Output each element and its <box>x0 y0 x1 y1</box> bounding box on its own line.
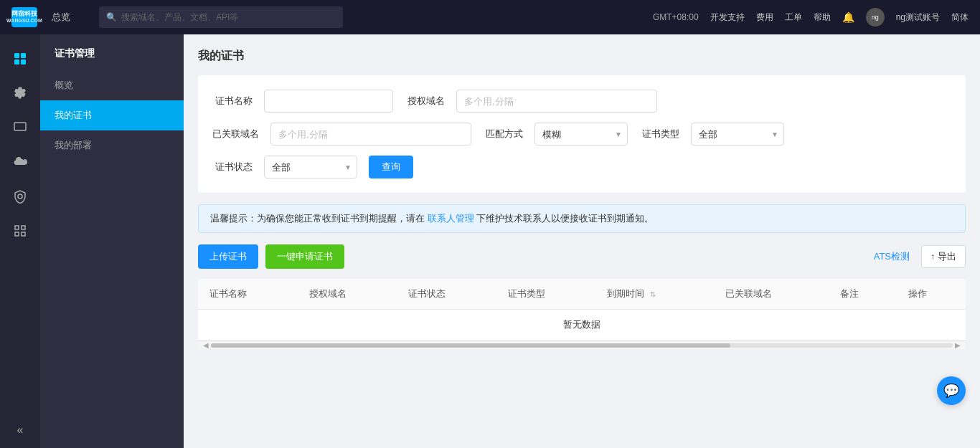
main-layout: « 证书管理 概览 我的证书 我的部署 我的证书 证书名称 授权域名 已关联域名… <box>0 34 980 448</box>
filter-row-1: 证书名称 授权域名 <box>212 90 951 113</box>
page-title: 我的证书 <box>198 49 966 64</box>
linked-domain-label: 已关联域名 <box>212 128 259 140</box>
col-action: 操作 <box>897 279 966 310</box>
overview-menu[interactable]: 总览 <box>52 11 70 24</box>
svg-rect-1 <box>21 53 26 58</box>
main-content: 我的证书 证书名称 授权域名 已关联域名 匹配方式 模糊 精确 <box>184 34 980 448</box>
sidebar-item-monitor[interactable] <box>0 110 40 145</box>
col-cert-name: 证书名称 <box>198 279 298 310</box>
match-select[interactable]: 模糊 精确 <box>534 123 628 146</box>
table-empty-row: 暂无数据 <box>198 310 966 340</box>
sidebar-collapse-btn[interactable]: « <box>17 424 24 437</box>
cert-name-input[interactable] <box>264 90 393 113</box>
empty-data-text: 暂无数据 <box>198 310 966 340</box>
scroll-left-icon[interactable]: ◀ <box>201 341 211 349</box>
match-label: 匹配方式 <box>483 128 523 140</box>
col-auth-domain: 授权域名 <box>298 279 397 310</box>
cert-status-select[interactable]: 全部 正常 已过期 即将过期 <box>264 156 357 178</box>
avatar[interactable]: ng <box>866 8 885 27</box>
alert-box: 温馨提示：为确保您能正常收到证书到期提醒，请在 联系人管理 下维护技术联系人以便… <box>198 204 966 233</box>
language-switcher[interactable]: 简体 <box>951 11 969 24</box>
sidebar-item-my-deploy[interactable]: 我的部署 <box>40 130 184 161</box>
sidebar-item-overview[interactable]: 概览 <box>40 70 184 100</box>
col-note: 备注 <box>829 279 897 310</box>
col-cert-type: 证书类型 <box>496 279 596 310</box>
export-button[interactable]: ↑ 导出 <box>921 245 966 268</box>
alert-link[interactable]: 联系人管理 <box>428 213 474 224</box>
linked-domain-input[interactable] <box>270 123 471 146</box>
action-row: 上传证书 一键申请证书 ATS检测 ↑ 导出 <box>198 244 966 269</box>
sidebar-item-apps[interactable] <box>0 42 40 76</box>
cert-table: 证书名称 授权域名 证书状态 证书类型 到期时间 ⇅ 已关联域名 备注 操作 <box>198 279 966 340</box>
icon-sidebar: « <box>0 34 40 448</box>
secondary-sidebar: 证书管理 概览 我的证书 我的部署 <box>40 34 184 448</box>
action-right: ATS检测 ↑ 导出 <box>874 245 966 268</box>
apply-cert-button[interactable]: 一键申请证书 <box>265 244 344 269</box>
col-cert-status: 证书状态 <box>397 279 496 310</box>
auth-domain-label: 授权域名 <box>405 95 445 108</box>
alert-prefix-text: 温馨提示：为确保您能正常收到证书到期提醒，请在 <box>210 213 425 224</box>
col-expiry[interactable]: 到期时间 ⇅ <box>595 279 713 310</box>
sort-icon: ⇅ <box>650 290 656 298</box>
alert-suffix-text: 下维护技术联系人以便接收证书到期通知。 <box>476 213 654 224</box>
sidebar-item-settings[interactable] <box>0 76 40 110</box>
sidebar-item-cloud[interactable] <box>0 145 40 179</box>
cost-link[interactable]: 费用 <box>756 11 773 24</box>
sidebar-item-my-certs[interactable]: 我的证书 <box>40 100 184 130</box>
svg-rect-2 <box>14 59 19 65</box>
upload-cert-button[interactable]: 上传证书 <box>198 244 258 269</box>
ats-check-link[interactable]: ATS检测 <box>874 250 910 263</box>
table-wrap: 证书名称 授权域名 证书状态 证书类型 到期时间 ⇅ 已关联域名 备注 操作 <box>198 279 966 349</box>
search-icon: 🔍 <box>106 12 117 22</box>
cert-type-select[interactable]: 全部 DV OV EV <box>691 123 784 146</box>
cert-status-select-wrap: 全部 正常 已过期 即将过期 ▼ <box>264 156 357 178</box>
cert-status-label: 证书状态 <box>212 161 253 173</box>
match-select-wrap: 模糊 精确 ▼ <box>534 123 628 146</box>
cert-type-label: 证书类型 <box>639 128 679 140</box>
logo: 网宿科技 WANGSU.COM <box>11 7 37 27</box>
logo-icon: 网宿科技 WANGSU.COM <box>11 7 37 27</box>
global-search[interactable]: 🔍 搜索域名、产品、文档、API等 <box>99 6 343 28</box>
filter-card: 证书名称 授权域名 已关联域名 匹配方式 模糊 精确 ▼ 证书类型 <box>198 75 966 193</box>
query-button[interactable]: 查询 <box>369 156 413 178</box>
scrollbar-track <box>211 343 953 348</box>
chat-button[interactable]: 💬 <box>937 376 966 405</box>
table-header-row: 证书名称 授权域名 证书状态 证书类型 到期时间 ⇅ 已关联域名 备注 操作 <box>198 279 966 310</box>
svg-rect-3 <box>21 59 26 65</box>
timezone: GMT+08:00 <box>653 12 699 22</box>
svg-point-5 <box>18 194 22 199</box>
chat-icon: 💬 <box>943 383 959 399</box>
cert-name-label: 证书名称 <box>212 95 253 108</box>
dev-support-link[interactable]: 开发支持 <box>710 11 745 24</box>
sidebar-item-security[interactable] <box>0 179 40 214</box>
help-link[interactable]: 帮助 <box>814 11 831 24</box>
search-placeholder-text: 搜索域名、产品、文档、API等 <box>121 11 238 24</box>
auth-domain-input[interactable] <box>456 90 657 113</box>
notification-bell-icon[interactable]: 🔔 <box>842 11 854 23</box>
horizontal-scrollbar[interactable]: ◀ ▶ <box>198 340 966 349</box>
scrollbar-thumb <box>211 343 730 348</box>
sidebar-item-grid[interactable] <box>0 214 40 248</box>
cert-type-select-wrap: 全部 DV OV EV ▼ <box>691 123 784 146</box>
svg-rect-0 <box>14 53 19 58</box>
top-navigation: 网宿科技 WANGSU.COM 总览 🔍 搜索域名、产品、文档、API等 GMT… <box>0 0 980 34</box>
filter-row-3: 证书状态 全部 正常 已过期 即将过期 ▼ 查询 <box>212 156 951 178</box>
svg-rect-4 <box>14 123 26 130</box>
filter-row-2: 已关联域名 匹配方式 模糊 精确 ▼ 证书类型 全部 DV OV <box>212 123 951 146</box>
username[interactable]: ng测试账号 <box>896 11 940 24</box>
scroll-right-icon[interactable]: ▶ <box>953 341 963 349</box>
topnav-right: GMT+08:00 开发支持 费用 工单 帮助 🔔 ng ng测试账号 简体 <box>653 8 969 27</box>
tools-link[interactable]: 工单 <box>785 11 802 24</box>
export-icon: ↑ <box>930 252 935 262</box>
col-linked-domain: 已关联域名 <box>714 279 829 310</box>
secondary-sidebar-title: 证书管理 <box>40 34 184 70</box>
